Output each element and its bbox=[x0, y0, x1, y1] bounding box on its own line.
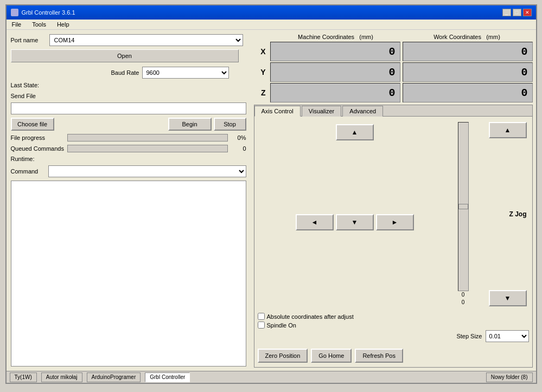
axis-control-body: ▲ ◄ ▼ ► bbox=[258, 120, 529, 309]
tab-visualizer[interactable]: Visualizer bbox=[302, 106, 342, 117]
queued-bar bbox=[67, 145, 228, 152]
app-window: Grbl Controller 3.6.1 _ □ ✕ File Tools H… bbox=[5, 4, 537, 384]
runtime-label: Runtime: bbox=[11, 156, 35, 162]
choose-file-button[interactable]: Choose file bbox=[11, 118, 54, 131]
absolute-coords-label: Absolute coordinates after adjust bbox=[267, 313, 354, 320]
step-size-label: Step Size bbox=[456, 333, 482, 339]
tabs-section: Axis Control Visualizer Advanced ▲ bbox=[254, 105, 533, 368]
begin-button[interactable]: Begin bbox=[168, 118, 212, 131]
jog-z-plus-button[interactable]: ▲ bbox=[489, 122, 527, 138]
z-slider-thumb[interactable] bbox=[458, 204, 468, 209]
go-home-button[interactable]: Go Home bbox=[311, 349, 352, 363]
file-progress-row: File progress 0% bbox=[11, 134, 246, 142]
work-y-display: 0 bbox=[403, 62, 533, 82]
main-content: Port name COM14 Open Baud Rate 9600 Last… bbox=[7, 30, 536, 371]
z-jog-label: Z Jog bbox=[509, 210, 527, 218]
coords-header-row: Machine Coordinates (mm) Work Coordinate… bbox=[254, 33, 533, 41]
spindle-on-checkbox[interactable] bbox=[258, 322, 265, 329]
jog-z-minus-button[interactable]: ▼ bbox=[489, 290, 527, 306]
queued-commands-label: Queued Commands bbox=[11, 145, 65, 152]
queued-count: 0 bbox=[230, 145, 246, 152]
left-panel: Port name COM14 Open Baud Rate 9600 Last… bbox=[7, 30, 251, 371]
machine-y-display: 0 bbox=[270, 62, 400, 82]
jog-x-minus-button[interactable]: ◄ bbox=[296, 214, 334, 230]
taskbar-item-2[interactable]: ArduinoProgramer bbox=[87, 372, 141, 382]
file-progress-pct: 0% bbox=[230, 134, 246, 141]
console-area[interactable] bbox=[11, 181, 246, 367]
coord-row-y: Y 0 0 bbox=[254, 62, 533, 82]
menu-help[interactable]: Help bbox=[52, 20, 75, 29]
taskbar: Ty(1W) Autor mikołaj ArduinoProgramer Gr… bbox=[7, 371, 536, 383]
app-icon bbox=[11, 9, 18, 16]
open-button[interactable]: Open bbox=[11, 49, 239, 62]
jog-x-plus-button[interactable]: ► bbox=[376, 214, 414, 230]
window-title: Grbl Controller 3.6.1 bbox=[22, 9, 75, 16]
send-file-input[interactable] bbox=[11, 102, 246, 114]
zero-position-button[interactable]: Zero Position bbox=[258, 349, 308, 363]
slider-numbers: 0 0 bbox=[462, 291, 465, 306]
maximize-button[interactable]: □ bbox=[513, 9, 521, 16]
z-axis-label: Z bbox=[254, 88, 268, 97]
stop-button[interactable]: Stop bbox=[214, 118, 246, 131]
machine-coords-header: Machine Coordinates (mm) bbox=[270, 33, 401, 41]
work-x-display: 0 bbox=[403, 42, 533, 61]
taskbar-item-1[interactable]: Autor mikołaj bbox=[41, 372, 82, 382]
x-axis-label: X bbox=[254, 47, 268, 56]
z-jog-area: ▲ Z Jog ▼ bbox=[475, 120, 529, 309]
command-select[interactable] bbox=[48, 165, 246, 177]
port-name-row: Port name COM14 bbox=[11, 34, 246, 46]
title-bar-left: Grbl Controller 3.6.1 bbox=[11, 9, 75, 16]
queued-commands-row: Queued Commands 0 bbox=[11, 145, 246, 152]
file-buttons-row: Choose file Begin Stop bbox=[11, 118, 246, 131]
command-label: Command bbox=[11, 168, 46, 175]
tab-advanced[interactable]: Advanced bbox=[342, 106, 383, 117]
taskbar-item-4[interactable]: Nowy folder (8) bbox=[486, 372, 533, 382]
taskbar-right: Nowy folder (8) bbox=[486, 372, 533, 382]
step-size-select[interactable]: 0.01 0.1 1 10 bbox=[486, 330, 529, 342]
action-buttons-row: Zero Position Go Home Refresh Pos bbox=[258, 346, 529, 364]
file-progress-bar bbox=[67, 134, 228, 142]
coords-section: Machine Coordinates (mm) Work Coordinate… bbox=[254, 33, 533, 102]
spindle-on-row: Spindle On bbox=[258, 322, 529, 329]
menu-tools[interactable]: Tools bbox=[27, 20, 52, 29]
step-size-row: Step Size 0.01 0.1 1 10 bbox=[258, 330, 529, 342]
last-state-label: Last State: bbox=[11, 82, 40, 88]
work-coords-header: Work Coordinates (mm) bbox=[401, 33, 533, 41]
command-row: Command bbox=[11, 165, 246, 177]
spindle-on-label: Spindle On bbox=[267, 322, 296, 329]
absolute-coords-checkbox[interactable] bbox=[258, 313, 265, 320]
jog-y-minus-button[interactable]: ▼ bbox=[336, 214, 374, 230]
y-axis-label: Y bbox=[254, 68, 268, 76]
taskbar-item-0[interactable]: Ty(1W) bbox=[10, 372, 37, 382]
xy-jog-area: ▲ ◄ ▼ ► bbox=[258, 120, 452, 309]
refresh-pos-button[interactable]: Refresh Pos bbox=[355, 349, 403, 363]
taskbar-item-3[interactable]: Grbl Controller bbox=[145, 372, 190, 382]
port-name-label: Port name bbox=[11, 37, 46, 43]
work-z-display: 0 bbox=[403, 83, 533, 102]
title-bar: Grbl Controller 3.6.1 _ □ ✕ bbox=[7, 5, 536, 20]
z-slider-track[interactable] bbox=[458, 122, 469, 291]
tab-axis-control[interactable]: Axis Control bbox=[254, 106, 301, 117]
baud-rate-row: Baud Rate 9600 bbox=[11, 67, 246, 79]
baud-rate-label: Baud Rate bbox=[111, 69, 139, 76]
coord-row-x: X 0 0 bbox=[254, 42, 533, 61]
bottom-options: Absolute coordinates after adjust Spindl… bbox=[258, 311, 529, 344]
absolute-coords-row: Absolute coordinates after adjust bbox=[258, 313, 529, 320]
right-panel: Machine Coordinates (mm) Work Coordinate… bbox=[251, 30, 536, 371]
send-file-label: Send File bbox=[11, 93, 246, 99]
machine-z-display: 0 bbox=[270, 83, 400, 102]
menu-bar: File Tools Help bbox=[7, 20, 536, 30]
title-bar-controls: _ □ ✕ bbox=[502, 9, 532, 16]
jog-y-plus-button[interactable]: ▲ bbox=[336, 124, 374, 140]
file-progress-label: File progress bbox=[11, 134, 65, 141]
baud-select[interactable]: 9600 bbox=[142, 67, 229, 79]
port-select[interactable]: COM14 bbox=[49, 34, 243, 46]
tabs-bar: Axis Control Visualizer Advanced bbox=[254, 105, 532, 117]
menu-file[interactable]: File bbox=[7, 20, 27, 29]
minimize-button[interactable]: _ bbox=[502, 9, 511, 16]
z-slider-area: 0 0 bbox=[455, 120, 471, 309]
runtime-row: Runtime: bbox=[11, 156, 246, 162]
machine-x-display: 0 bbox=[270, 42, 400, 61]
close-button[interactable]: ✕ bbox=[523, 9, 532, 16]
tab-content-axis-control: ▲ ◄ ▼ ► bbox=[254, 117, 532, 367]
